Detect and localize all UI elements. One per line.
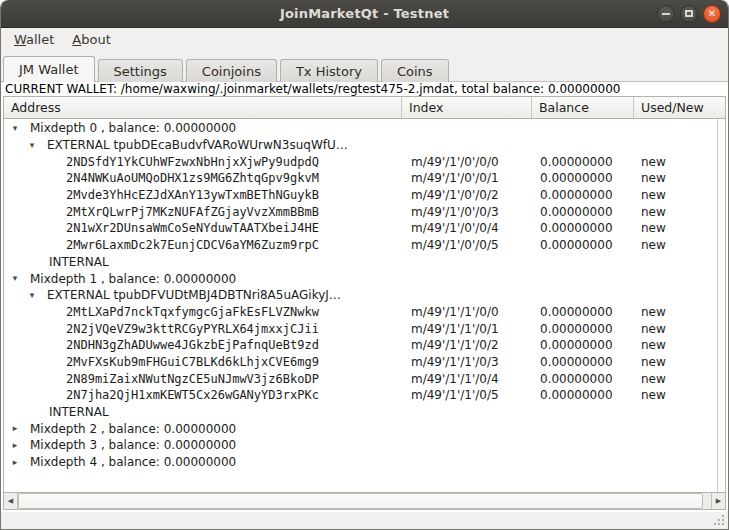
tree-row-mixdepth[interactable]: ▸Mixdepth 2 , balance: 0.00000000: [4, 420, 717, 437]
tree-row-internal[interactable]: INTERNAL: [4, 254, 717, 271]
scroll-right-button[interactable]: ▶: [711, 493, 725, 509]
vertical-scrollbar-track: [717, 119, 725, 492]
current-wallet-label: CURRENT WALLET: /home/waxwing/.joinmarke…: [1, 82, 728, 96]
tab-tx-history[interactable]: Tx History: [280, 59, 378, 82]
address-text: 2N4NWKuAoUMQoDHX1zs9MG6ZhtqGpv9gkvM: [66, 171, 319, 185]
tree-row-internal[interactable]: INTERNAL: [4, 404, 717, 421]
address-cell: 2N89miZaixNWutNgzCE5uNJmwV3jz6BkoDP: [4, 372, 402, 386]
address-text: 2NDSfdY1YkCUhWFzwxNbHnjxXjwPy9udpdQ: [66, 155, 319, 169]
address-cell: ▸Mixdepth 2 , balance: 0.00000000: [4, 422, 402, 436]
column-header-index[interactable]: Index: [402, 97, 532, 118]
menu-item-about[interactable]: About: [65, 30, 117, 49]
tree-row-branch[interactable]: ▾EXTERNAL tpubDEcaBudvfVARoWUrwN3suqWfU…: [4, 137, 717, 154]
expander-collapsed-icon[interactable]: ▸: [8, 458, 22, 467]
address-text: 2NDHN3gZhADUwwe4JGkzbEjPafnqUeBt9zd: [66, 338, 319, 352]
application-window: JoinMarketQt - Testnet ✕ WalletAbout JM …: [0, 0, 729, 530]
balance-cell: 0.00000000: [532, 355, 634, 369]
column-header-used-new[interactable]: Used/New: [634, 97, 725, 118]
close-button[interactable]: ✕: [703, 5, 721, 23]
address-cell: ▸Mixdepth 4 , balance: 0.00000000: [4, 455, 402, 469]
expander-expanded-icon[interactable]: ▾: [8, 274, 22, 283]
index-cell: m/49'/1'/0'/0/2: [402, 188, 532, 202]
address-cell: INTERNAL: [4, 255, 402, 269]
scrollbar-thumb[interactable]: [18, 493, 703, 509]
address-text: 2Mvde3YhHcEZJdXAnY13ywTxmBEThNGuykB: [66, 188, 319, 202]
address-cell: ▾Mixdepth 0 , balance: 0.00000000: [4, 121, 402, 135]
tree-viewport: ▾Mixdepth 0 , balance: 0.00000000▾EXTERN…: [4, 119, 725, 492]
menu-bar: WalletAbout: [1, 28, 728, 51]
expander-expanded-icon[interactable]: ▾: [8, 124, 22, 133]
tab-bar: JM WalletSettingsCoinjoinsTx HistoryCoin…: [1, 51, 728, 82]
scroll-left-button[interactable]: ◀: [4, 493, 18, 509]
index-cell: m/49'/1'/1'/0/1: [402, 322, 532, 336]
column-header-address[interactable]: Address: [4, 97, 402, 118]
balance-cell: 0.00000000: [532, 372, 634, 386]
address-cell: ▸Mixdepth 3 , balance: 0.00000000: [4, 438, 402, 452]
tree-row-address[interactable]: 2MtXrQLwrPj7MKzNUFAfZGjayVvzXmmBBmBm/49'…: [4, 203, 717, 220]
tree-label: Mixdepth 2 , balance: 0.00000000: [30, 422, 236, 436]
address-cell: 2Mvde3YhHcEZJdXAnY13ywTxmBEThNGuykB: [4, 188, 402, 202]
tab-coinjoins[interactable]: Coinjoins: [186, 59, 277, 82]
horizontal-scrollbar[interactable]: ◀ ▶: [4, 492, 725, 509]
expander-expanded-icon[interactable]: ▾: [25, 291, 39, 300]
index-cell: m/49'/1'/0'/0/5: [402, 238, 532, 252]
address-cell: 2N2jVQeVZ9w3kttRCGyPYRLX64jmxxjCJii: [4, 322, 402, 336]
index-cell: m/49'/1'/0'/0/4: [402, 221, 532, 235]
tree-row-address[interactable]: 2MtLXaPd7nckTqxfymgcGjaFkEsFLVZNwkwm/49'…: [4, 304, 717, 321]
menu-item-wallet[interactable]: Wallet: [7, 30, 61, 49]
tree-row-address[interactable]: 2NDSfdY1YkCUhWFzwxNbHnjxXjwPy9udpdQm/49'…: [4, 153, 717, 170]
balance-cell: 0.00000000: [532, 338, 634, 352]
address-text: 2MtXrQLwrPj7MKzNUFAfZGjayVvzXmmBBmB: [66, 205, 319, 219]
used-new-cell: new: [634, 221, 717, 235]
used-new-cell: new: [634, 171, 717, 185]
balance-cell: 0.00000000: [532, 322, 634, 336]
index-cell: m/49'/1'/1'/0/4: [402, 372, 532, 386]
tab-settings[interactable]: Settings: [98, 59, 183, 82]
expander-collapsed-icon[interactable]: ▸: [8, 441, 22, 450]
address-text: 2MtLXaPd7nckTqxfymgcGjaFkEsFLVZNwkw: [66, 305, 319, 319]
expander-collapsed-icon[interactable]: ▸: [8, 424, 22, 433]
title-bar[interactable]: JoinMarketQt - Testnet ✕: [1, 0, 728, 28]
tab-jm-wallet[interactable]: JM Wallet: [3, 56, 95, 82]
balance-cell: 0.00000000: [532, 171, 634, 185]
tree-row-mixdepth[interactable]: ▸Mixdepth 3 , balance: 0.00000000: [4, 437, 717, 454]
tree-row-mixdepth[interactable]: ▾Mixdepth 1 , balance: 0.00000000: [4, 270, 717, 287]
balance-cell: 0.00000000: [532, 155, 634, 169]
tree-header: Address Index Balance Used/New: [4, 97, 725, 119]
window-controls: ✕: [657, 5, 728, 23]
address-cell: 2NDSfdY1YkCUhWFzwxNbHnjxXjwPy9udpdQ: [4, 155, 402, 169]
tree-row-address[interactable]: 2MvFXsKub9mFHGuiC7BLKd6kLhjxCVE6mg9m/49'…: [4, 354, 717, 371]
tree-row-branch[interactable]: ▾EXTERNAL tpubDFVUDtMBJ4DBTNri8A5uAGikyJ…: [4, 287, 717, 304]
address-cell: INTERNAL: [4, 405, 402, 419]
tree-label: Mixdepth 3 , balance: 0.00000000: [30, 438, 236, 452]
minimize-icon: [662, 13, 670, 15]
scrollbar-track[interactable]: [18, 493, 711, 509]
address-text: 2N1wXr2DUnsaWmCoSeNYduwTAATXbeiJ4HE: [66, 221, 319, 235]
tree-row-address[interactable]: 2N1wXr2DUnsaWmCoSeNYduwTAATXbeiJ4HEm/49'…: [4, 220, 717, 237]
column-header-balance[interactable]: Balance: [532, 97, 634, 118]
tree-row-mixdepth[interactable]: ▾Mixdepth 0 , balance: 0.00000000: [4, 120, 717, 137]
index-cell: m/49'/1'/1'/0/2: [402, 338, 532, 352]
resize-grip[interactable]: [712, 513, 725, 526]
maximize-button[interactable]: [680, 5, 698, 23]
tree-row-address[interactable]: 2N2jVQeVZ9w3kttRCGyPYRLX64jmxxjCJiim/49'…: [4, 320, 717, 337]
expander-expanded-icon[interactable]: ▾: [25, 141, 39, 150]
tree-row-address[interactable]: 2Mwr6LaxmDc2k7EunjCDCV6aYM6Zuzm9rpCm/49'…: [4, 237, 717, 254]
address-text: 2N89miZaixNWutNgzCE5uNJmwV3jz6BkoDP: [66, 372, 319, 386]
tree-row-address[interactable]: 2N89miZaixNWutNgzCE5uNJmwV3jz6BkoDPm/49'…: [4, 370, 717, 387]
used-new-cell: new: [634, 238, 717, 252]
index-cell: m/49'/1'/0'/0/0: [402, 155, 532, 169]
balance-cell: 0.00000000: [532, 238, 634, 252]
tree-label: Mixdepth 4 , balance: 0.00000000: [30, 455, 236, 469]
balance-cell: 0.00000000: [532, 188, 634, 202]
address-cell: ▾Mixdepth 1 , balance: 0.00000000: [4, 272, 402, 286]
tree-row-address[interactable]: 2NDHN3gZhADUwwe4JGkzbEjPafnqUeBt9zdm/49'…: [4, 337, 717, 354]
tree-row-address[interactable]: 2N7jha2QjH1xmKEWT5Cx26wGANyYD3rxPKcm/49'…: [4, 387, 717, 404]
tree-row-address[interactable]: 2Mvde3YhHcEZJdXAnY13ywTxmBEThNGuykBm/49'…: [4, 187, 717, 204]
minimize-button[interactable]: [657, 5, 675, 23]
tree-row-mixdepth[interactable]: ▸Mixdepth 4 , balance: 0.00000000: [4, 454, 717, 471]
tree-row-address[interactable]: 2N4NWKuAoUMQoDHX1zs9MG6ZhtqGpv9gkvMm/49'…: [4, 170, 717, 187]
balance-cell: 0.00000000: [532, 305, 634, 319]
tab-coins[interactable]: Coins: [381, 59, 449, 82]
tab-pane: CURRENT WALLET: /home/waxwing/.joinmarke…: [1, 82, 728, 512]
